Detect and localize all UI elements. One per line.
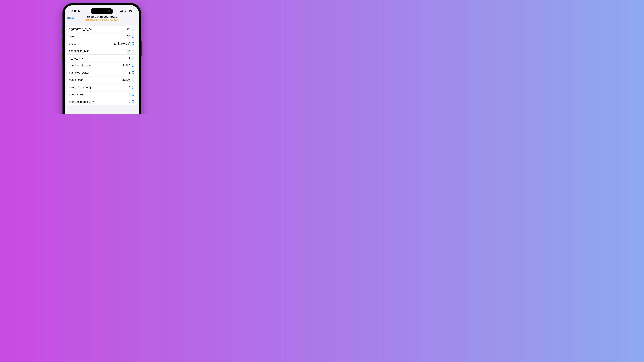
dynamic-island [90,8,113,14]
volume-down [62,51,62,61]
signal-icon [120,10,124,12]
bookmark-icon[interactable] [132,78,134,81]
bookmark-icon[interactable] [132,86,134,89]
power-button [141,41,142,56]
table-row[interactable]: max_rx_ant4 [67,91,137,98]
stat-key: band [69,35,127,38]
back-label: Back [68,16,74,19]
stat-value: 2 [129,100,130,103]
stat-value: 21930 [122,64,130,67]
volume-up [62,38,62,48]
nav-header: ‹ Back 5G Nr ConnectionStats Last seen: … [64,14,139,23]
stat-key: connection_type [69,49,126,52]
table-row[interactable]: dl_bw_class1 [67,55,137,62]
table-row[interactable]: connection_typeSA [67,47,137,55]
bookmark-icon[interactable] [132,35,134,38]
battery-icon: 67 [128,10,133,12]
table-row[interactable]: cause(unknown: 7) [67,40,137,47]
stat-key: cause [69,42,114,45]
bookmark-icon[interactable] [132,93,134,96]
phone-frame: 10:30 5G 67 ‹ Back 5G Nr ConnectionStats [62,3,141,114]
stat-key: max_schd_mimo_lyr [69,100,129,103]
table-row[interactable]: aggregated_dl_bw20 [67,25,137,33]
stat-key: max dl mod [69,78,121,81]
stat-value: 20 [127,27,130,31]
screen: 10:30 5G 67 ‹ Back 5G Nr ConnectionStats [64,5,139,114]
mute-switch [62,28,62,34]
bookmark-icon[interactable] [132,64,134,67]
stat-key: max_nw_mimo_lyr [69,86,129,89]
svg-rect-1 [79,10,80,11]
stat-value: 1 [129,56,130,60]
bookmark-icon[interactable] [132,71,134,74]
stat-value: 1 [129,71,130,74]
table-row[interactable]: band25 [67,33,137,40]
bookmark-icon[interactable] [132,57,134,60]
lock-icon [78,10,80,12]
table-row[interactable]: duration_of_conn21930 [67,62,137,69]
stat-value: 25 [127,35,130,38]
bookmark-icon[interactable] [132,49,134,52]
table-row[interactable]: max_nw_mimo_lyr4 [67,84,137,91]
bookmark-icon[interactable] [132,28,134,31]
status-time: 10:30 [70,10,77,13]
battery-level: 67 [130,10,131,12]
stats-list: aggregated_dl_bw20band25cause(unknown: 7… [67,25,137,105]
stat-key: duration_of_conn [69,64,122,67]
stat-key: dl_bw_class [69,56,129,60]
table-row[interactable]: max_schd_mimo_lyr2 [67,98,137,105]
table-row[interactable]: max dl mod64QAM [67,76,137,84]
page-title: 5G Nr ConnectionStats [67,15,137,18]
network-type: 5G [124,10,128,12]
stat-key: aggregated_dl_bw [69,27,127,31]
stat-value: SA [126,49,130,52]
back-button[interactable]: ‹ Back [66,16,74,19]
table-row[interactable]: has_bwp_switch1 [67,69,137,76]
last-seen: Last seen: Fri, 10:29:52 AM CST [67,18,137,21]
stat-value: 4 [129,93,130,96]
stat-value: 4 [129,86,130,89]
stat-value: (unknown: 7) [114,42,130,45]
stat-key: max_rx_ant [69,93,129,96]
chevron-left-icon: ‹ [66,16,68,19]
bookmark-icon[interactable] [132,42,134,45]
stat-key: has_bwp_switch [69,71,129,74]
bookmark-icon[interactable] [132,100,134,103]
stat-value: 64QAM [121,78,130,81]
